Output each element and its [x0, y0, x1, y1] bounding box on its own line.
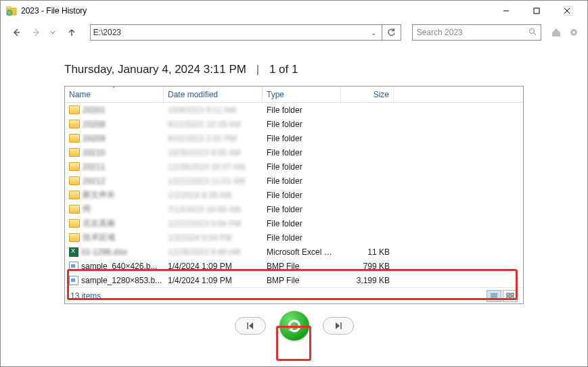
previous-version-button[interactable]	[235, 317, 266, 335]
bmp-file-icon	[69, 262, 78, 271]
file-type: File folder	[263, 134, 341, 143]
file-type: File folder	[263, 105, 341, 115]
file-name: 北京及南	[83, 218, 115, 229]
svg-rect-18	[507, 297, 510, 299]
table-row[interactable]: 2020110/9/2023 9:11 AMFile folder	[65, 103, 523, 117]
column-type[interactable]: Type	[263, 87, 341, 102]
file-name: 20208	[83, 120, 105, 129]
maximize-button[interactable]	[521, 1, 551, 21]
thumbnails-view-button[interactable]	[503, 290, 518, 302]
address-dropdown-icon[interactable]: ⌄	[368, 29, 379, 36]
table-row[interactable]: 技术区域1/3/2024 5:04 PMFile folder	[65, 230, 523, 245]
gear-icon[interactable]	[567, 26, 581, 39]
file-name: 技术区域	[83, 232, 115, 243]
file-name: 01-1296.xlsx	[81, 247, 127, 257]
file-rows: 2020110/9/2023 9:11 AMFile folder202089/…	[65, 103, 523, 287]
file-type: File folder	[263, 205, 341, 214]
file-date: 10/9/2023 9:11 AM	[164, 105, 263, 115]
file-list-panel: ⌃Name Date modified Type Size 2020110/9/…	[64, 86, 524, 304]
navigation-controls	[1, 311, 587, 341]
table-row[interactable]: sample_640×426.b...1/4/2024 1:09 PMBMP F…	[65, 259, 523, 273]
up-button[interactable]	[63, 24, 81, 41]
file-type: File folder	[263, 176, 341, 186]
file-type: File folder	[263, 219, 341, 228]
back-button[interactable]	[7, 24, 25, 41]
folder-icon	[69, 233, 80, 242]
table-row[interactable]: 202099/22/2023 2:02 PMFile folder	[65, 131, 523, 145]
search-icon	[528, 28, 537, 38]
context-header: Thursday, January 4, 2024 3:11 PM | 1 of…	[1, 44, 587, 86]
file-name: 20210	[83, 148, 105, 157]
file-name: 20211	[83, 162, 105, 172]
folder-history-icon	[6, 5, 17, 16]
file-type: File folder	[263, 233, 341, 243]
details-view-button[interactable]	[487, 290, 501, 302]
refresh-button[interactable]	[382, 24, 401, 41]
svg-point-12	[572, 31, 575, 34]
file-type: File folder	[263, 191, 341, 200]
table-row[interactable]: sample_1280×853.b...1/4/2024 1:09 PMBMP …	[65, 273, 523, 287]
table-row[interactable]: 202089/21/2023 10:19 AMFile folder	[65, 117, 523, 131]
table-row[interactable]: 01-1296.xlsx12/26/2023 9:48 AMMicrosoft …	[65, 245, 523, 259]
file-date: 12/22/2023 5:04 PM	[164, 219, 263, 228]
window-title: 2023 - File History	[21, 6, 491, 16]
file-name: 同	[83, 203, 91, 215]
table-row[interactable]: 2021212/21/2023 11:01 AMFile folder	[65, 174, 523, 188]
bmp-file-icon	[69, 276, 78, 285]
file-date: 12/21/2023 11:01 AM	[164, 176, 263, 186]
file-name: 20212	[83, 176, 105, 186]
table-row[interactable]: 2021010/30/2023 9:08 AMFile folder	[65, 145, 523, 160]
table-row[interactable]: 北京及南12/22/2023 5:04 PMFile folder	[65, 216, 523, 230]
recent-dropdown[interactable]	[48, 24, 58, 41]
file-date: 9/21/2023 10:19 AM	[164, 120, 263, 129]
folder-icon	[69, 105, 80, 114]
file-type: BMP File	[263, 262, 341, 271]
search-input[interactable]: Search 2023	[412, 24, 541, 41]
svg-rect-17	[511, 293, 514, 295]
address-path: E:\2023	[93, 28, 368, 37]
column-name[interactable]: ⌃Name	[65, 87, 164, 102]
next-version-button[interactable]	[323, 317, 354, 335]
file-type: File folder	[263, 120, 341, 129]
file-date: 10/30/2023 9:08 AM	[164, 148, 263, 157]
column-date[interactable]: Date modified	[164, 87, 263, 102]
address-bar[interactable]: E:\2023 ⌄	[90, 24, 382, 41]
snapshot-timestamp: Thursday, January 4, 2024 3:11 PM	[64, 63, 246, 76]
file-date: 1/3/2024 5:04 PM	[164, 233, 263, 243]
table-row[interactable]: 同7/13/2023 10:59 AMFile folder	[65, 202, 523, 216]
folder-icon	[69, 205, 80, 214]
toolbar: E:\2023 ⌄ Search 2023	[1, 21, 587, 44]
file-size: 799 KB	[341, 262, 394, 271]
minimize-button[interactable]	[491, 1, 521, 21]
forward-button[interactable]	[28, 24, 45, 41]
snapshot-position: 1 of 1	[269, 63, 298, 76]
close-button[interactable]	[551, 1, 582, 21]
folder-icon	[69, 148, 80, 157]
folder-icon	[69, 191, 80, 199]
file-type: File folder	[263, 148, 341, 157]
file-date: 1/2/2024 9:38 AM	[164, 191, 263, 200]
file-type: File folder	[263, 162, 341, 172]
folder-icon	[69, 176, 80, 185]
file-type: BMP File	[263, 276, 341, 285]
column-size[interactable]: Size	[341, 87, 394, 102]
svg-rect-4	[534, 8, 539, 14]
folder-icon	[69, 134, 80, 143]
table-row[interactable]: 2021111/28/2023 10:37 AMFile folder	[65, 160, 523, 174]
file-name: 新文件夹	[83, 189, 115, 201]
file-date: 1/4/2024 1:09 PM	[164, 262, 263, 271]
table-row[interactable]: 新文件夹1/2/2024 9:38 AMFile folder	[65, 188, 523, 202]
file-name: sample_1280×853.b...	[81, 276, 162, 285]
search-placeholder: Search 2023	[417, 28, 528, 37]
file-date: 11/28/2023 10:37 AM	[164, 162, 263, 172]
svg-line-10	[534, 33, 536, 35]
file-type: Microsoft Excel W...	[263, 247, 341, 257]
status-bar: 13 items	[65, 287, 523, 303]
item-count: 13 items	[70, 291, 487, 301]
home-icon[interactable]	[549, 26, 563, 39]
file-date: 1/4/2024 1:09 PM	[164, 276, 263, 285]
restore-button[interactable]	[279, 311, 309, 341]
file-date: 9/22/2023 2:02 PM	[164, 134, 263, 143]
svg-rect-16	[507, 293, 510, 295]
file-size: 3,199 KB	[341, 276, 394, 285]
